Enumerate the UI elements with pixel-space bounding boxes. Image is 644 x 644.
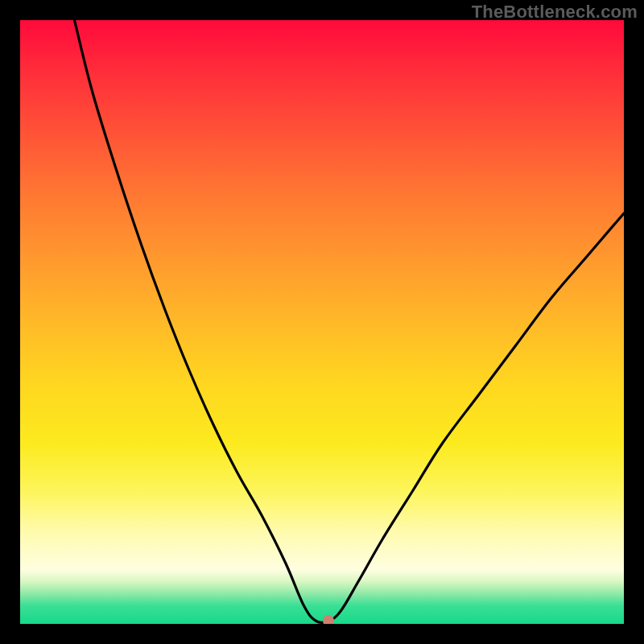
chart-frame: TheBottleneck.com	[0, 0, 644, 644]
watermark-text: TheBottleneck.com	[472, 2, 638, 23]
minimum-marker	[323, 615, 334, 624]
plot-area	[20, 20, 624, 624]
bottleneck-curve	[20, 20, 624, 624]
